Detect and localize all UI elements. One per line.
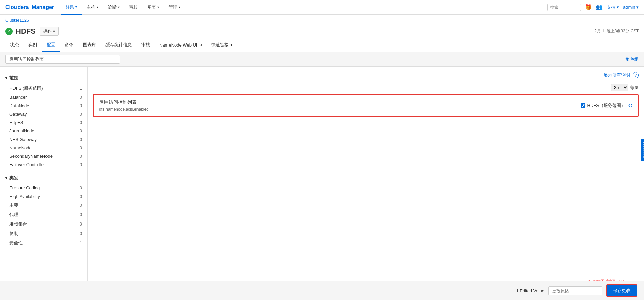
tab-chart-library[interactable]: 图表库 <box>78 38 101 52</box>
chevron-down-icon: ▾ <box>75 5 77 9</box>
sidebar-item-secondary-namenode[interactable]: SecondaryNameNode 0 <box>0 152 87 160</box>
external-link-icon: ↗ <box>199 43 202 47</box>
tab-audit[interactable]: 审核 <box>136 38 155 52</box>
filter-bar: 角色组 <box>0 52 644 67</box>
top-navigation: Cloudera Manager 群集 ▾ 主机 ▾ 诊断 ▾ 审核 图表 ▾ … <box>0 0 644 15</box>
main-content: 显示所有说明 ? 25 50 100 每页 启用访问控制列表 dfs.namen… <box>88 67 644 299</box>
tab-cache-stats[interactable]: 缓存统计信息 <box>101 38 136 52</box>
bottom-bar: 1 Edited Value 保存更改 <box>0 281 644 299</box>
tab-configuration[interactable]: 配置 <box>42 38 60 52</box>
sidebar-item-hdfs-service[interactable]: HDFS (服务范围) 1 <box>0 84 87 93</box>
show-all-link[interactable]: 显示所有说明 <box>604 72 630 78</box>
brand-name-highlight: Manager <box>32 4 54 10</box>
config-card-inner: 启用访问控制列表 dfs.namenode.acls.enabled HDFS（… <box>99 99 633 112</box>
role-group-button[interactable]: 角色组 <box>625 56 639 62</box>
sidebar-item-high-availability[interactable]: High Availability 0 <box>0 192 87 201</box>
tab-quick-links[interactable]: 快速链接 ▾ <box>207 38 237 52</box>
sidebar-item-balancer[interactable]: Balancer 0 <box>0 93 87 101</box>
tab-namenode-webui[interactable]: NameNode Web UI ↗ <box>155 39 207 52</box>
per-page-select[interactable]: 25 50 100 <box>611 84 628 91</box>
main-layout: ▾ 范围 HDFS (服务范围) 1 Balancer 0 DataNode 0… <box>0 67 644 299</box>
menu-item-hosts[interactable]: 主机 ▾ <box>82 0 103 15</box>
save-button[interactable]: 保存更改 <box>606 284 637 297</box>
sidebar-item-main[interactable]: 主要 0 <box>0 201 87 210</box>
reset-icon[interactable]: ↺ <box>628 102 633 109</box>
collapse-arrow-icon: ▾ <box>5 76 7 80</box>
scope-label: HDFS（服务范围） <box>587 102 625 109</box>
edited-value-label: 1 Edited Value <box>516 288 544 293</box>
sidebar-category-section[interactable]: ▾ 类别 <box>0 172 87 184</box>
service-header: ✓ HDFS 操作 ▾ 2月 1, 晚上8点32分 CST <box>0 25 644 38</box>
filter-input[interactable] <box>5 55 120 64</box>
main-menu: 群集 ▾ 主机 ▾ 诊断 ▾ 审核 图表 ▾ 管理 ▾ <box>61 0 547 15</box>
tab-instances[interactable]: 实例 <box>24 38 42 52</box>
menu-item-charts[interactable]: 图表 ▾ <box>143 0 164 15</box>
sidebar-item-httpfs[interactable]: HttpFS 0 <box>0 118 87 127</box>
sidebar-range-section[interactable]: ▾ 范围 <box>0 72 87 84</box>
content-top-bar: 显示所有说明 ? <box>93 72 639 78</box>
config-card-title: 启用访问控制列表 <box>99 99 149 106</box>
menu-item-admin[interactable]: 管理 ▾ <box>164 0 185 15</box>
chevron-down-icon: ▾ <box>53 29 55 34</box>
chevron-down-icon: ▾ <box>230 42 233 47</box>
support-link[interactable]: 支持 ▾ <box>607 4 619 10</box>
chevron-down-icon: ▾ <box>617 5 619 10</box>
sidebar-item-namenode[interactable]: NameNode 0 <box>0 144 87 152</box>
help-icon[interactable]: ? <box>633 72 639 78</box>
top-nav-right: 🎁 👥 支持 ▾ admin ▾ <box>547 4 639 11</box>
sidebar-item-proxy[interactable]: 代理 0 <box>0 210 87 219</box>
brand-logo: Cloudera Manager <box>5 4 54 10</box>
service-title: HDFS <box>16 27 36 36</box>
search-input[interactable] <box>547 4 581 11</box>
config-card-left: 启用访问控制列表 dfs.namenode.acls.enabled <box>99 99 149 112</box>
sidebar-item-nfs-gateway[interactable]: NFS Gateway 0 <box>0 135 87 144</box>
service-status-icon: ✓ <box>5 28 13 35</box>
users-icon[interactable]: 👥 <box>596 4 603 10</box>
service-timestamp: 2月 1, 晚上8点32分 CST <box>594 28 639 34</box>
brand-name-prefix: Cloudera <box>5 4 29 10</box>
chevron-down-icon: ▾ <box>157 5 159 9</box>
config-checkbox[interactable] <box>581 103 585 108</box>
gift-icon[interactable]: 🎁 <box>585 4 592 10</box>
collapse-arrow-icon: ▾ <box>5 176 7 180</box>
tab-commands[interactable]: 命令 <box>60 38 78 52</box>
tab-status[interactable]: 状态 <box>5 38 24 52</box>
cluster-breadcrumb-link[interactable]: Cluster1126 <box>5 18 29 23</box>
sidebar-item-replication[interactable]: 复制 0 <box>0 229 87 238</box>
sidebar: ▾ 范围 HDFS (服务范围) 1 Balancer 0 DataNode 0… <box>0 67 88 299</box>
tab-bar: 状态 实例 配置 命令 图表库 缓存统计信息 审核 NameNode Web U… <box>0 38 644 52</box>
feedback-tab[interactable]: Feedback <box>641 139 644 161</box>
menu-item-diagnostics[interactable]: 诊断 ▾ <box>103 0 124 15</box>
admin-menu[interactable]: admin ▾ <box>623 5 639 10</box>
ops-button[interactable]: 操作 ▾ <box>40 27 59 36</box>
sidebar-item-erasure-coding[interactable]: Erasure Coding 0 <box>0 184 87 192</box>
chevron-down-icon: ▾ <box>636 5 639 10</box>
sidebar-item-gateway[interactable]: Gateway 0 <box>0 110 87 118</box>
menu-item-cluster[interactable]: 群集 ▾ <box>61 0 82 15</box>
reason-input[interactable] <box>548 286 602 295</box>
per-page-label: 每页 <box>630 85 639 91</box>
sidebar-item-failover-controller[interactable]: Failover Controller 0 <box>0 160 87 169</box>
breadcrumb: Cluster1126 <box>0 15 644 25</box>
chevron-down-icon: ▾ <box>118 5 120 9</box>
config-checkbox-wrapper: HDFS（服务范围） <box>581 102 625 109</box>
sidebar-item-security[interactable]: 安全性 1 <box>0 238 87 248</box>
chevron-down-icon: ▾ <box>179 5 180 9</box>
config-card-key: dfs.namenode.acls.enabled <box>99 107 149 112</box>
pagination-bar: 25 50 100 每页 <box>93 81 639 94</box>
menu-item-audit[interactable]: 审核 <box>124 0 143 15</box>
sidebar-item-datanode[interactable]: DataNode 0 <box>0 101 87 110</box>
chevron-down-icon: ▾ <box>97 5 98 9</box>
config-card: 启用访问控制列表 dfs.namenode.acls.enabled HDFS（… <box>93 94 639 117</box>
sidebar-item-stack-collection[interactable]: 堆栈集合 0 <box>0 219 87 229</box>
config-card-right: HDFS（服务范围） ↺ <box>581 102 633 109</box>
sidebar-item-journalnode[interactable]: JournalNode 0 <box>0 127 87 135</box>
